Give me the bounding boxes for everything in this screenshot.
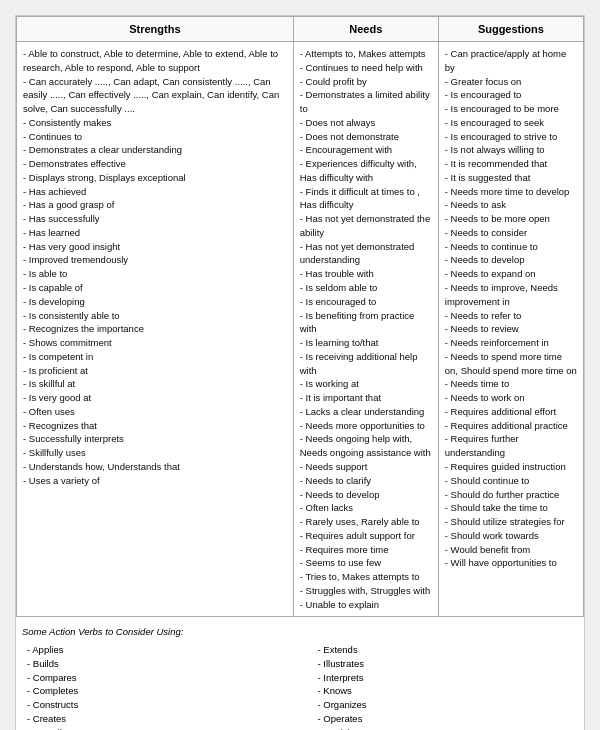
action-columns: - Applies- Builds- Compares- Completes- … [22, 643, 578, 730]
strengths-header: Strengths [17, 17, 294, 42]
needs-col: - Attempts to, Makes attempts- Continues… [293, 42, 438, 617]
needs-header: Needs [293, 17, 438, 42]
suggestions-col: - Can practice/apply at home by- Greater… [438, 42, 583, 617]
action-col-1: - Applies- Builds- Compares- Completes- … [27, 643, 288, 730]
action-title: Some Action Verbs to Consider Using: [22, 625, 578, 639]
action-section: Some Action Verbs to Consider Using: - A… [16, 617, 584, 730]
action-col-2: - Extends- Illustrates- Interprets- Know… [318, 643, 579, 730]
suggestions-header: Suggestions [438, 17, 583, 42]
main-container: Strengths Needs Suggestions - Able to co… [15, 15, 585, 730]
content-table: Strengths Needs Suggestions - Able to co… [16, 16, 584, 617]
strengths-col: - Able to construct, Able to determine, … [17, 42, 294, 617]
